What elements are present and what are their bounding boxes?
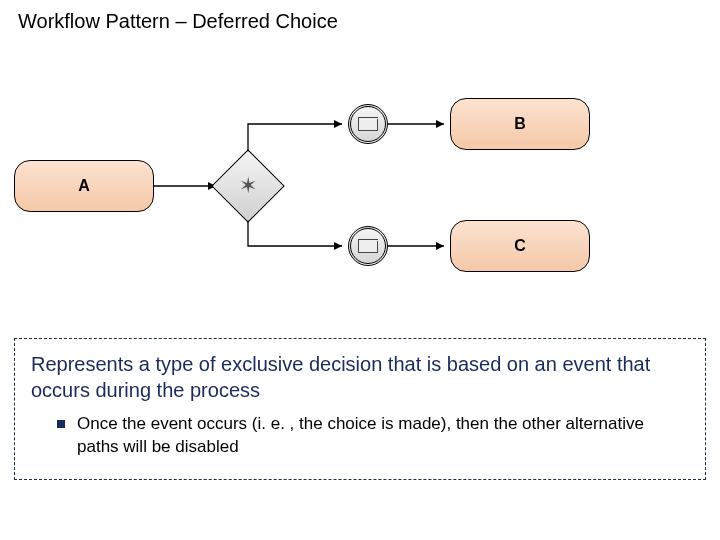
- svg-marker-2: [334, 120, 342, 128]
- message-event-top: [348, 104, 388, 144]
- envelope-icon: [358, 239, 378, 253]
- page-title: Workflow Pattern – Deferred Choice: [18, 10, 338, 33]
- activity-a: A: [14, 160, 154, 212]
- description-bullet: Once the event occurs (i. e. , the choic…: [31, 413, 689, 459]
- gateway-star-icon: ✶: [239, 175, 257, 197]
- svg-marker-3: [334, 242, 342, 250]
- svg-marker-7: [436, 242, 444, 250]
- message-event-bottom: [348, 226, 388, 266]
- event-based-gateway: ✶: [222, 160, 274, 212]
- envelope-icon: [358, 117, 378, 131]
- svg-marker-5: [436, 120, 444, 128]
- description-main-text: Represents a type of exclusive decision …: [31, 351, 689, 403]
- bpmn-diagram: A B C ✶: [0, 60, 720, 320]
- bullet-square-icon: [57, 420, 65, 428]
- description-bullet-text: Once the event occurs (i. e. , the choic…: [77, 413, 689, 459]
- description-box: Represents a type of exclusive decision …: [14, 338, 706, 480]
- activity-c: C: [450, 220, 590, 272]
- activity-b: B: [450, 98, 590, 150]
